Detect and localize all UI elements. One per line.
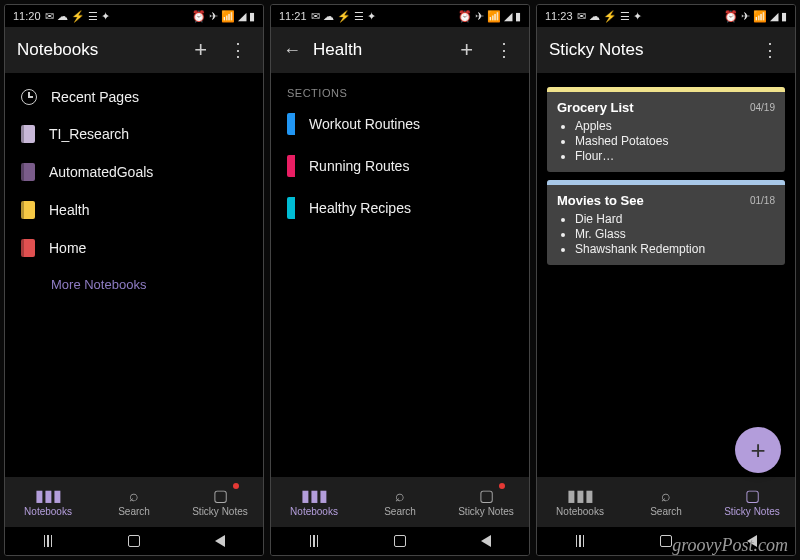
recent-pages-label: Recent Pages: [51, 89, 139, 105]
nav-sticky-notes[interactable]: ▢Sticky Notes: [443, 477, 529, 527]
section-label: Healthy Recipes: [309, 200, 411, 216]
search-icon: ⌕: [661, 488, 671, 504]
note-date: 01/18: [750, 195, 775, 206]
status-time: 11:21: [279, 10, 307, 22]
notebook-icon: [21, 239, 35, 257]
app-header: ← Health + ⋮: [271, 27, 529, 73]
status-icons-right: ⏰ ✈ 📶 ◢ ▮: [458, 10, 521, 23]
nav-search[interactable]: ⌕Search: [623, 477, 709, 527]
bottom-nav: ▮▮▮Notebooks ⌕Search ▢Sticky Notes: [271, 477, 529, 527]
section-color-tab: [287, 197, 295, 219]
status-bar: 11:20✉ ☁ ⚡ ☰ ✦ ⏰ ✈ 📶 ◢ ▮: [5, 5, 263, 27]
phone-screen-notebooks: 11:20✉ ☁ ⚡ ☰ ✦ ⏰ ✈ 📶 ◢ ▮ Notebooks + ⋮ R…: [4, 4, 264, 556]
recents-button[interactable]: [304, 534, 324, 548]
section-label: Workout Routines: [309, 116, 420, 132]
section-item[interactable]: Running Routes: [271, 145, 529, 187]
status-icons-right: ⏰ ✈ 📶 ◢ ▮: [724, 10, 787, 23]
more-menu-button[interactable]: ⋮: [757, 39, 783, 61]
nav-sticky-notes[interactable]: ▢Sticky Notes: [709, 477, 795, 527]
notebook-item[interactable]: TI_Research: [5, 115, 263, 153]
notebook-label: Health: [49, 202, 89, 218]
more-menu-button[interactable]: ⋮: [491, 39, 517, 61]
section-item[interactable]: Healthy Recipes: [271, 187, 529, 229]
notebook-icon: [21, 201, 35, 219]
more-notebooks-label: More Notebooks: [51, 277, 146, 292]
books-icon: ▮▮▮: [301, 488, 328, 504]
fab-add-note[interactable]: +: [735, 427, 781, 473]
back-button[interactable]: [476, 534, 496, 548]
notebook-icon: [21, 163, 35, 181]
notebook-item[interactable]: AutomatedGoals: [5, 153, 263, 191]
search-icon: ⌕: [129, 488, 139, 504]
status-time: 11:20: [13, 10, 41, 22]
add-button[interactable]: +: [188, 37, 213, 63]
badge-dot: [499, 483, 505, 489]
home-button[interactable]: [124, 534, 144, 548]
notebooks-list: Recent Pages TI_Research AutomatedGoals …: [5, 73, 263, 477]
phone-screen-sticky: 11:23✉ ☁ ⚡ ☰ ✦ ⏰ ✈ 📶 ◢ ▮ Sticky Notes ⋮ …: [536, 4, 796, 556]
note-title: Movies to See: [557, 193, 644, 208]
nav-search[interactable]: ⌕Search: [91, 477, 177, 527]
page-title: Notebooks: [17, 40, 176, 60]
books-icon: ▮▮▮: [567, 488, 594, 504]
nav-notebooks[interactable]: ▮▮▮Notebooks: [5, 477, 91, 527]
note-items: Die Hard Mr. Glass Shawshank Redemption: [557, 212, 775, 256]
notebook-icon: [21, 125, 35, 143]
status-bar: 11:23✉ ☁ ⚡ ☰ ✦ ⏰ ✈ 📶 ◢ ▮: [537, 5, 795, 27]
nav-notebooks[interactable]: ▮▮▮Notebooks: [537, 477, 623, 527]
page-title: Health: [313, 40, 442, 60]
note-date: 04/19: [750, 102, 775, 113]
more-notebooks-link[interactable]: More Notebooks: [5, 267, 263, 302]
watermark: groovyPost.com: [672, 535, 788, 556]
system-nav: [271, 527, 529, 555]
back-arrow[interactable]: ←: [283, 40, 301, 61]
nav-search[interactable]: ⌕Search: [357, 477, 443, 527]
section-color-tab: [287, 113, 295, 135]
home-button[interactable]: [390, 534, 410, 548]
recents-button[interactable]: [570, 534, 590, 548]
notebook-item[interactable]: Health: [5, 191, 263, 229]
app-header: Notebooks + ⋮: [5, 27, 263, 73]
section-item[interactable]: Workout Routines: [271, 103, 529, 145]
sticky-notes-list: Grocery List 04/19 Apples Mashed Potatoe…: [537, 73, 795, 477]
phone-screen-sections: 11:21✉ ☁ ⚡ ☰ ✦ ⏰ ✈ 📶 ◢ ▮ ← Health + ⋮ SE…: [270, 4, 530, 556]
status-icons-left: ✉ ☁ ⚡ ☰ ✦: [311, 10, 376, 23]
sticky-note[interactable]: Grocery List 04/19 Apples Mashed Potatoe…: [547, 87, 785, 172]
status-icons-left: ✉ ☁ ⚡ ☰ ✦: [45, 10, 110, 23]
sections-heading: SECTIONS: [271, 79, 529, 103]
page-title: Sticky Notes: [549, 40, 745, 60]
search-icon: ⌕: [395, 488, 405, 504]
status-bar: 11:21✉ ☁ ⚡ ☰ ✦ ⏰ ✈ 📶 ◢ ▮: [271, 5, 529, 27]
note-items: Apples Mashed Potatoes Flour…: [557, 119, 775, 163]
app-header: Sticky Notes ⋮: [537, 27, 795, 73]
sections-list: SECTIONS Workout Routines Running Routes…: [271, 73, 529, 477]
clock-icon: [21, 89, 37, 105]
badge-dot: [233, 483, 239, 489]
plus-icon: +: [750, 435, 765, 466]
sticky-note[interactable]: Movies to See 01/18 Die Hard Mr. Glass S…: [547, 180, 785, 265]
notebook-label: TI_Research: [49, 126, 129, 142]
notebook-item[interactable]: Home: [5, 229, 263, 267]
bottom-nav: ▮▮▮Notebooks ⌕Search ▢Sticky Notes: [5, 477, 263, 527]
add-button[interactable]: +: [454, 37, 479, 63]
recents-button[interactable]: [38, 534, 58, 548]
recent-pages-item[interactable]: Recent Pages: [5, 79, 263, 115]
notebook-label: AutomatedGoals: [49, 164, 153, 180]
status-icons-right: ⏰ ✈ 📶 ◢ ▮: [192, 10, 255, 23]
note-title: Grocery List: [557, 100, 634, 115]
nav-notebooks[interactable]: ▮▮▮Notebooks: [271, 477, 357, 527]
note-icon: ▢: [213, 488, 228, 504]
note-icon: ▢: [479, 488, 494, 504]
section-label: Running Routes: [309, 158, 409, 174]
section-color-tab: [287, 155, 295, 177]
notebook-label: Home: [49, 240, 86, 256]
bottom-nav: ▮▮▮Notebooks ⌕Search ▢Sticky Notes: [537, 477, 795, 527]
back-button[interactable]: [210, 534, 230, 548]
note-icon: ▢: [745, 488, 760, 504]
status-time: 11:23: [545, 10, 573, 22]
nav-sticky-notes[interactable]: ▢Sticky Notes: [177, 477, 263, 527]
status-icons-left: ✉ ☁ ⚡ ☰ ✦: [577, 10, 642, 23]
more-menu-button[interactable]: ⋮: [225, 39, 251, 61]
books-icon: ▮▮▮: [35, 488, 62, 504]
system-nav: [5, 527, 263, 555]
